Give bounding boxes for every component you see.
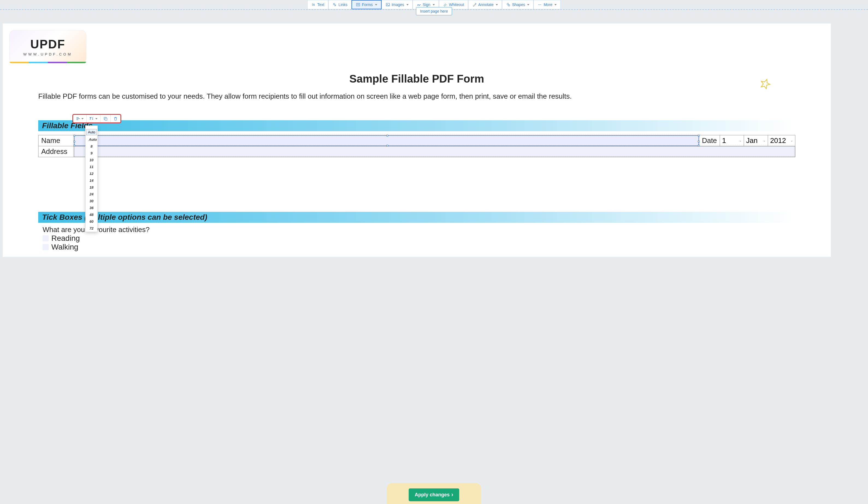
caret-down-icon xyxy=(375,4,377,6)
question-text: What are your favourite activities? xyxy=(43,225,815,234)
insert-page-indicator[interactable]: Insert page here xyxy=(416,7,452,15)
section-tickboxes-header: Tick Boxes (Multiple options can be sele… xyxy=(38,212,795,223)
date-month-select[interactable]: Jan xyxy=(744,135,761,146)
caret-down-icon xyxy=(81,118,84,119)
size-option[interactable]: 36 xyxy=(85,204,97,211)
size-option[interactable]: 10 xyxy=(85,157,97,163)
resize-handle[interactable] xyxy=(73,141,75,142)
checkbox-walking-row: Walking xyxy=(43,243,815,251)
pencil-icon xyxy=(472,2,477,7)
delete-button[interactable] xyxy=(111,115,121,122)
top-toolbar: IA Text Links Forms Images xyxy=(0,0,868,10)
caret-down-icon xyxy=(433,4,435,6)
font-size-button[interactable]: T xyxy=(86,115,101,122)
logo-name: UPDF xyxy=(30,38,65,51)
more-button[interactable]: More xyxy=(534,0,561,9)
forms-button[interactable]: Forms xyxy=(352,0,382,9)
svg-text:T: T xyxy=(89,117,92,121)
links-label: Links xyxy=(338,2,348,7)
size-option[interactable]: 24 xyxy=(85,191,97,198)
images-label: Images xyxy=(392,2,404,7)
date-day-cell: 1 ⌄ xyxy=(720,135,744,146)
caret-down-icon xyxy=(527,4,529,6)
forms-label: Forms xyxy=(362,2,373,7)
text-button[interactable]: IA Text xyxy=(307,0,329,9)
size-option[interactable]: 60 xyxy=(85,218,97,225)
chevron-down-icon: ⌄ xyxy=(761,139,768,142)
address-label: Address xyxy=(39,146,74,157)
svg-rect-2 xyxy=(356,3,360,6)
images-button[interactable]: Images xyxy=(382,0,413,9)
name-row: Name Date 1 ⌄ Jan ⌄ 2012 xyxy=(38,135,795,146)
date-year-select[interactable]: 2012 xyxy=(768,135,788,146)
shapes-button[interactable]: Shapes xyxy=(502,0,534,9)
resize-handle[interactable] xyxy=(698,135,700,137)
intro-paragraph: Fillable PDF forms can be customised to … xyxy=(38,92,795,101)
size-option[interactable]: 30 xyxy=(85,198,97,204)
date-month-cell: Jan ⌄ xyxy=(744,135,768,146)
svg-point-10 xyxy=(539,4,540,5)
resize-handle[interactable] xyxy=(73,135,75,137)
caret-down-icon xyxy=(406,4,409,6)
size-option[interactable]: 18 xyxy=(85,184,97,191)
field-toolbar: T xyxy=(72,114,121,123)
annotate-label: Annotate xyxy=(478,2,494,7)
links-button[interactable]: Links xyxy=(328,0,352,9)
font-size-input[interactable] xyxy=(86,129,97,135)
svg-rect-8 xyxy=(508,4,510,6)
name-label: Name xyxy=(39,135,74,146)
date-label: Date xyxy=(699,135,720,146)
link-icon xyxy=(332,2,337,7)
workspace: UPDF WWW.UPDF.COM Sample Fillable PDF Fo… xyxy=(0,10,868,257)
whiteout-label: Whiteout xyxy=(449,2,464,7)
logo-box: UPDF WWW.UPDF.COM xyxy=(9,30,86,63)
walking-checkbox[interactable] xyxy=(43,244,49,250)
caret-down-icon xyxy=(95,118,97,119)
size-option[interactable]: 12 xyxy=(85,170,97,177)
more-label: More xyxy=(544,2,552,7)
caret-down-icon xyxy=(496,4,498,6)
resize-handle[interactable] xyxy=(386,135,388,137)
svg-rect-17 xyxy=(105,118,107,120)
pdf-page: UPDF WWW.UPDF.COM Sample Fillable PDF Fo… xyxy=(3,23,831,257)
checkbox-reading-row: Reading xyxy=(43,234,815,243)
sign-icon xyxy=(417,2,421,7)
svg-point-11 xyxy=(540,4,541,5)
size-option[interactable]: 72 xyxy=(85,225,97,232)
reading-checkbox[interactable] xyxy=(43,235,49,241)
resize-handle[interactable] xyxy=(73,145,75,147)
resize-handle[interactable] xyxy=(698,145,700,147)
svg-text:A: A xyxy=(313,3,315,6)
shapes-icon xyxy=(506,2,510,7)
image-icon xyxy=(386,2,390,7)
address-field[interactable] xyxy=(74,146,795,157)
date-day-select[interactable]: 1 xyxy=(720,135,737,146)
shapes-label: Shapes xyxy=(512,2,525,7)
resize-handle[interactable] xyxy=(698,141,700,142)
forms-icon xyxy=(356,2,360,7)
reading-label: Reading xyxy=(51,234,80,243)
address-row: Address xyxy=(38,146,795,157)
size-option[interactable]: 14 xyxy=(85,177,97,184)
size-option[interactable]: 9 xyxy=(85,150,97,157)
resize-handle[interactable] xyxy=(386,145,388,147)
copy-button[interactable] xyxy=(101,115,111,122)
annotate-button[interactable]: Annotate xyxy=(468,0,502,9)
size-option[interactable]: 11 xyxy=(85,163,97,170)
chevron-down-icon: ⌄ xyxy=(788,139,795,142)
dots-icon xyxy=(538,2,542,7)
name-field[interactable] xyxy=(74,135,699,146)
text-icon: IA xyxy=(311,2,316,7)
align-button[interactable] xyxy=(73,115,86,122)
svg-point-9 xyxy=(538,4,539,5)
logo-url: WWW.UPDF.COM xyxy=(23,52,72,56)
eraser-icon xyxy=(443,2,447,7)
page-title: Sample Fillable PDF Form xyxy=(19,73,815,85)
logo-stripe xyxy=(10,62,86,63)
svg-rect-5 xyxy=(386,3,390,6)
size-option[interactable]: Auto xyxy=(85,136,97,143)
font-size-dropdown: Auto 8 9 10 11 12 14 18 24 30 36 48 60 7… xyxy=(85,125,98,232)
size-option[interactable]: 8 xyxy=(85,143,97,150)
section-fillable-header: Fillable Fields T xyxy=(38,120,795,131)
size-option[interactable]: 48 xyxy=(85,211,97,218)
